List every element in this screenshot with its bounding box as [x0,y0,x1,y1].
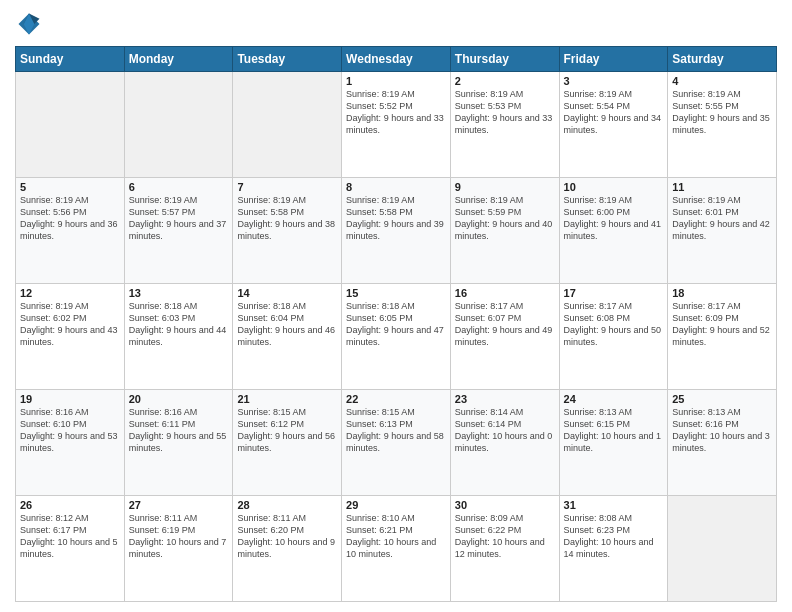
calendar-cell: 21Sunrise: 8:15 AM Sunset: 6:12 PM Dayli… [233,390,342,496]
col-header-thursday: Thursday [450,47,559,72]
day-info: Sunrise: 8:18 AM Sunset: 6:04 PM Dayligh… [237,300,337,349]
week-row-3: 12Sunrise: 8:19 AM Sunset: 6:02 PM Dayli… [16,284,777,390]
day-number: 5 [20,181,120,193]
day-number: 11 [672,181,772,193]
calendar-cell: 5Sunrise: 8:19 AM Sunset: 5:56 PM Daylig… [16,178,125,284]
day-number: 15 [346,287,446,299]
day-number: 6 [129,181,229,193]
col-header-tuesday: Tuesday [233,47,342,72]
calendar-cell: 12Sunrise: 8:19 AM Sunset: 6:02 PM Dayli… [16,284,125,390]
calendar-cell: 27Sunrise: 8:11 AM Sunset: 6:19 PM Dayli… [124,496,233,602]
day-info: Sunrise: 8:19 AM Sunset: 5:53 PM Dayligh… [455,88,555,137]
col-header-sunday: Sunday [16,47,125,72]
day-number: 2 [455,75,555,87]
calendar-cell: 6Sunrise: 8:19 AM Sunset: 5:57 PM Daylig… [124,178,233,284]
calendar-cell: 20Sunrise: 8:16 AM Sunset: 6:11 PM Dayli… [124,390,233,496]
day-number: 13 [129,287,229,299]
day-info: Sunrise: 8:11 AM Sunset: 6:20 PM Dayligh… [237,512,337,561]
day-number: 17 [564,287,664,299]
calendar-cell [233,72,342,178]
calendar-cell: 25Sunrise: 8:13 AM Sunset: 6:16 PM Dayli… [668,390,777,496]
day-info: Sunrise: 8:12 AM Sunset: 6:17 PM Dayligh… [20,512,120,561]
day-number: 16 [455,287,555,299]
calendar-cell: 22Sunrise: 8:15 AM Sunset: 6:13 PM Dayli… [342,390,451,496]
week-row-1: 1Sunrise: 8:19 AM Sunset: 5:52 PM Daylig… [16,72,777,178]
day-info: Sunrise: 8:15 AM Sunset: 6:12 PM Dayligh… [237,406,337,455]
col-header-friday: Friday [559,47,668,72]
day-number: 22 [346,393,446,405]
day-info: Sunrise: 8:19 AM Sunset: 6:00 PM Dayligh… [564,194,664,243]
day-info: Sunrise: 8:19 AM Sunset: 5:58 PM Dayligh… [237,194,337,243]
col-header-wednesday: Wednesday [342,47,451,72]
week-row-5: 26Sunrise: 8:12 AM Sunset: 6:17 PM Dayli… [16,496,777,602]
logo [15,10,47,38]
day-info: Sunrise: 8:10 AM Sunset: 6:21 PM Dayligh… [346,512,446,561]
day-info: Sunrise: 8:16 AM Sunset: 6:11 PM Dayligh… [129,406,229,455]
day-number: 28 [237,499,337,511]
calendar-cell: 3Sunrise: 8:19 AM Sunset: 5:54 PM Daylig… [559,72,668,178]
day-info: Sunrise: 8:19 AM Sunset: 5:59 PM Dayligh… [455,194,555,243]
calendar-cell: 28Sunrise: 8:11 AM Sunset: 6:20 PM Dayli… [233,496,342,602]
calendar-cell: 4Sunrise: 8:19 AM Sunset: 5:55 PM Daylig… [668,72,777,178]
day-info: Sunrise: 8:15 AM Sunset: 6:13 PM Dayligh… [346,406,446,455]
calendar-cell: 23Sunrise: 8:14 AM Sunset: 6:14 PM Dayli… [450,390,559,496]
calendar-cell: 15Sunrise: 8:18 AM Sunset: 6:05 PM Dayli… [342,284,451,390]
day-number: 26 [20,499,120,511]
day-info: Sunrise: 8:19 AM Sunset: 5:57 PM Dayligh… [129,194,229,243]
day-number: 10 [564,181,664,193]
day-number: 9 [455,181,555,193]
week-row-4: 19Sunrise: 8:16 AM Sunset: 6:10 PM Dayli… [16,390,777,496]
day-number: 18 [672,287,772,299]
day-number: 30 [455,499,555,511]
day-info: Sunrise: 8:08 AM Sunset: 6:23 PM Dayligh… [564,512,664,561]
day-info: Sunrise: 8:18 AM Sunset: 6:05 PM Dayligh… [346,300,446,349]
calendar-cell [668,496,777,602]
calendar-table: SundayMondayTuesdayWednesdayThursdayFrid… [15,46,777,602]
day-info: Sunrise: 8:19 AM Sunset: 5:58 PM Dayligh… [346,194,446,243]
calendar-header-row: SundayMondayTuesdayWednesdayThursdayFrid… [16,47,777,72]
calendar-cell [16,72,125,178]
day-info: Sunrise: 8:19 AM Sunset: 5:56 PM Dayligh… [20,194,120,243]
col-header-monday: Monday [124,47,233,72]
day-info: Sunrise: 8:19 AM Sunset: 6:02 PM Dayligh… [20,300,120,349]
day-info: Sunrise: 8:09 AM Sunset: 6:22 PM Dayligh… [455,512,555,561]
day-number: 25 [672,393,772,405]
day-number: 1 [346,75,446,87]
calendar-cell: 2Sunrise: 8:19 AM Sunset: 5:53 PM Daylig… [450,72,559,178]
day-number: 24 [564,393,664,405]
day-info: Sunrise: 8:13 AM Sunset: 6:15 PM Dayligh… [564,406,664,455]
day-info: Sunrise: 8:19 AM Sunset: 5:54 PM Dayligh… [564,88,664,137]
day-info: Sunrise: 8:11 AM Sunset: 6:19 PM Dayligh… [129,512,229,561]
calendar-cell: 8Sunrise: 8:19 AM Sunset: 5:58 PM Daylig… [342,178,451,284]
day-info: Sunrise: 8:19 AM Sunset: 5:55 PM Dayligh… [672,88,772,137]
calendar-cell: 14Sunrise: 8:18 AM Sunset: 6:04 PM Dayli… [233,284,342,390]
day-number: 23 [455,393,555,405]
day-info: Sunrise: 8:17 AM Sunset: 6:09 PM Dayligh… [672,300,772,349]
day-number: 29 [346,499,446,511]
calendar-cell: 1Sunrise: 8:19 AM Sunset: 5:52 PM Daylig… [342,72,451,178]
col-header-saturday: Saturday [668,47,777,72]
calendar-cell [124,72,233,178]
day-info: Sunrise: 8:14 AM Sunset: 6:14 PM Dayligh… [455,406,555,455]
calendar-cell: 13Sunrise: 8:18 AM Sunset: 6:03 PM Dayli… [124,284,233,390]
calendar-cell: 26Sunrise: 8:12 AM Sunset: 6:17 PM Dayli… [16,496,125,602]
calendar-cell: 11Sunrise: 8:19 AM Sunset: 6:01 PM Dayli… [668,178,777,284]
day-info: Sunrise: 8:19 AM Sunset: 5:52 PM Dayligh… [346,88,446,137]
calendar-cell: 24Sunrise: 8:13 AM Sunset: 6:15 PM Dayli… [559,390,668,496]
day-number: 21 [237,393,337,405]
day-info: Sunrise: 8:17 AM Sunset: 6:08 PM Dayligh… [564,300,664,349]
calendar-cell: 31Sunrise: 8:08 AM Sunset: 6:23 PM Dayli… [559,496,668,602]
calendar-cell: 16Sunrise: 8:17 AM Sunset: 6:07 PM Dayli… [450,284,559,390]
day-number: 7 [237,181,337,193]
calendar-cell: 10Sunrise: 8:19 AM Sunset: 6:00 PM Dayli… [559,178,668,284]
day-number: 3 [564,75,664,87]
day-number: 8 [346,181,446,193]
day-info: Sunrise: 8:16 AM Sunset: 6:10 PM Dayligh… [20,406,120,455]
logo-icon [15,10,43,38]
day-number: 4 [672,75,772,87]
calendar-cell: 30Sunrise: 8:09 AM Sunset: 6:22 PM Dayli… [450,496,559,602]
calendar-cell: 9Sunrise: 8:19 AM Sunset: 5:59 PM Daylig… [450,178,559,284]
day-number: 20 [129,393,229,405]
day-number: 14 [237,287,337,299]
day-number: 19 [20,393,120,405]
